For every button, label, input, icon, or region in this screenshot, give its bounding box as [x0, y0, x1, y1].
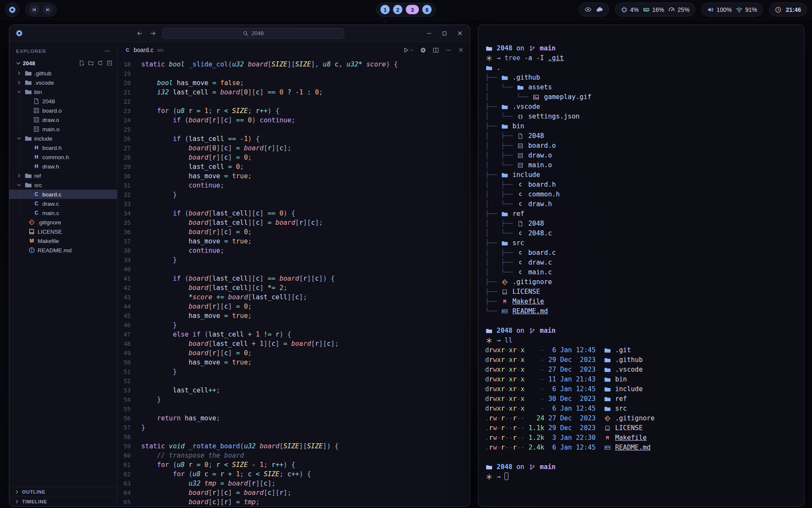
tree-item-.gitignore[interactable]: .gitignore	[9, 218, 117, 227]
code-line-35[interactable]: 35 board[last_cell][c] = board[r][c];	[118, 218, 470, 227]
code-line-56[interactable]: 56 return has_move;	[118, 414, 470, 423]
tree-item-.github[interactable]: .github	[9, 69, 117, 78]
tree-item-2048[interactable]: 2048	[9, 97, 117, 106]
code-line-65[interactable]: 65 board[c][r] = tmp;	[118, 497, 470, 506]
command-center[interactable]: 2048	[162, 28, 344, 39]
refresh-button[interactable]	[97, 60, 104, 66]
titlebar[interactable]: 2048	[9, 25, 470, 42]
tree-item-draw.c[interactable]: Cdraw.c	[9, 199, 117, 208]
minimize-button[interactable]	[425, 29, 433, 37]
code-line-32[interactable]: 32 }	[118, 190, 470, 199]
close-editor-button[interactable]	[458, 47, 464, 53]
tree-item-draw.o[interactable]: draw.o	[9, 115, 117, 124]
code-line-50[interactable]: 50 has_move = true;	[118, 358, 470, 367]
workspace-button-3[interactable]: 3	[406, 5, 419, 14]
code-line-57[interactable]: 57}	[118, 423, 470, 432]
code-editor[interactable]: 18static bool _slide_col(u32 board[SIZE]…	[118, 58, 470, 506]
code-line-19[interactable]: 19	[118, 69, 470, 78]
tree-item-ref[interactable]: ref	[9, 171, 117, 180]
more-actions-button[interactable]	[445, 47, 452, 53]
code-line-37[interactable]: 37 has_move = true;	[118, 237, 470, 246]
code-line-54[interactable]: 54 }	[118, 395, 470, 404]
code-line-52[interactable]: 52	[118, 376, 470, 386]
code-line-30[interactable]: 30 has_move = true;	[118, 171, 470, 181]
clock-widget[interactable]: 21:46	[769, 3, 807, 17]
outline-section[interactable]: OUTLINE	[9, 487, 117, 497]
code-line-38[interactable]: 38 continue;	[118, 246, 470, 255]
code-line-51[interactable]: 51 }	[118, 367, 470, 376]
tree-item-.vscode[interactable]: .vscode	[9, 78, 117, 87]
code-line-23[interactable]: 23 for (u8 r = 1; r < SIZE; r++) {	[118, 106, 470, 116]
code-line-55[interactable]: 55	[118, 404, 470, 414]
tree-item-board.h[interactable]: Hboard.h	[9, 143, 117, 152]
code-line-22[interactable]: 22	[118, 97, 470, 106]
code-line-34[interactable]: 34 if (board[last_cell][c] == 0) {	[118, 209, 470, 218]
code-line-64[interactable]: 64 board[r][c] = board[c][r];	[118, 488, 470, 497]
code-line-31[interactable]: 31 continue;	[118, 181, 470, 190]
code-line-39[interactable]: 39 }	[118, 255, 470, 265]
code-line-63[interactable]: 63 u32 tmp = board[r][c];	[118, 479, 470, 488]
code-line-20[interactable]: 20 bool has_move = false;	[118, 78, 470, 88]
code-line-42[interactable]: 42 board[last_cell][c] *= 2;	[118, 283, 470, 293]
code-line-25[interactable]: 25	[118, 125, 470, 134]
code-line-26[interactable]: 26 if (last_cell == -1) {	[118, 134, 470, 144]
code-line-29[interactable]: 29 last_cell = 0;	[118, 162, 470, 171]
code-line-28[interactable]: 28 board[r][c] = 0;	[118, 153, 470, 162]
maximize-button[interactable]	[441, 30, 448, 37]
timeline-section[interactable]: TIMELINE	[9, 497, 117, 506]
nav-forward-button[interactable]	[149, 29, 157, 38]
explorer-more-button[interactable]	[104, 48, 110, 54]
terminal-window[interactable]: 2048 on main → tree -a -I .git .├── .git…	[478, 25, 804, 507]
audio-network-widget[interactable]: 100% 91%	[701, 3, 763, 17]
nav-back-button[interactable]	[135, 29, 144, 38]
tree-item-LICENSE[interactable]: LICENSE	[9, 227, 117, 236]
code-line-47[interactable]: 47 else if (last_cell + 1 != r) {	[118, 330, 470, 339]
code-line-46[interactable]: 46 }	[118, 320, 470, 330]
tree-item-Makefile[interactable]: MMakefile	[9, 236, 117, 246]
code-line-60[interactable]: 60 // transpose the board	[118, 451, 470, 460]
run-button[interactable]	[403, 47, 414, 53]
workspace-button-1[interactable]: 1	[381, 5, 390, 14]
code-line-40[interactable]: 40	[118, 265, 470, 274]
code-line-18[interactable]: 18static bool _slide_col(u32 board[SIZE]…	[118, 60, 470, 69]
code-line-59[interactable]: 59static void _rotate_board(u32 board[SI…	[118, 442, 470, 451]
code-line-62[interactable]: 62 for (u8 c = r + 1; c < SIZE; c++) {	[118, 469, 470, 479]
code-line-58[interactable]: 58	[118, 432, 470, 442]
code-line-41[interactable]: 41 if (board[last_cell][c] == board[r][c…	[118, 274, 470, 283]
project-section-header[interactable]: 2048	[9, 58, 117, 68]
tree-item-include[interactable]: include	[9, 134, 117, 143]
tree-item-main.c[interactable]: Cmain.c	[9, 208, 117, 218]
tree-item-src[interactable]: src	[9, 180, 117, 190]
code-line-27[interactable]: 27 board[0][c] = board[r][c];	[118, 144, 470, 153]
workspace-button-8[interactable]: 8	[422, 5, 432, 14]
code-line-21[interactable]: 21 i32 last_cell = board[0][c] == 0 ? -1…	[118, 88, 470, 97]
code-line-33[interactable]: 33	[118, 199, 470, 209]
code-line-45[interactable]: 45 has_move = true;	[118, 311, 470, 320]
code-line-44[interactable]: 44 board[r][c] = 0;	[118, 302, 470, 311]
tree-item-board.c[interactable]: Cboard.c	[9, 190, 117, 199]
tree-item-draw.h[interactable]: Hdraw.h	[9, 162, 117, 171]
code-line-61[interactable]: 61 for (u8 r = 0; r < SIZE - 1; r++) {	[118, 460, 470, 469]
code-line-24[interactable]: 24 if (board[r][c] == 0) continue;	[118, 116, 470, 125]
settings-button[interactable]	[420, 47, 426, 53]
new-file-button[interactable]	[78, 60, 85, 66]
tree-item-common.h[interactable]: Hcommon.h	[9, 152, 117, 162]
code-line-53[interactable]: 53 last_cell++;	[118, 386, 470, 395]
media-next-button[interactable]	[43, 5, 53, 15]
split-editor-button[interactable]	[433, 47, 439, 53]
collapse-all-button[interactable]	[106, 60, 113, 66]
code-line-49[interactable]: 49 board[r][c] = 0;	[118, 348, 470, 358]
tab-board-c[interactable]: C board.c src	[124, 47, 164, 53]
code-line-43[interactable]: 43 *score += board[last_cell][c];	[118, 293, 470, 302]
close-button[interactable]	[456, 29, 464, 37]
code-line-36[interactable]: 36 board[r][c] = 0;	[118, 227, 470, 237]
weather-widget[interactable]	[579, 3, 609, 17]
code-line-48[interactable]: 48 board[last_cell + 1][c] = board[r][c]…	[118, 339, 470, 348]
tree-item-bin[interactable]: bin	[9, 87, 117, 97]
tree-item-board.o[interactable]: board.o	[9, 106, 117, 115]
workspace-button-2[interactable]: 2	[393, 5, 403, 14]
media-prev-button[interactable]	[29, 5, 39, 15]
system-stats-widget[interactable]: 4% 16% 25%	[615, 3, 695, 17]
tree-item-main.o[interactable]: main.o	[9, 124, 117, 134]
tree-item-README.md[interactable]: README.md	[9, 246, 117, 255]
